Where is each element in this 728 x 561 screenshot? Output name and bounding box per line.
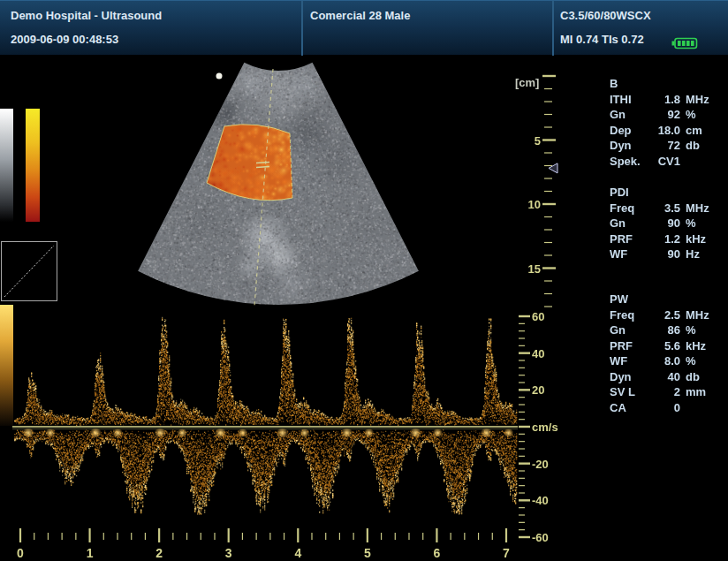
param-row: Gn90%: [610, 216, 724, 231]
probe-preset: C3.5/60/80WSCX: [560, 9, 651, 22]
param-unit: %: [680, 353, 724, 369]
param-row: WF90Hz: [610, 246, 724, 262]
param-row: Dep18.0cm: [610, 123, 724, 139]
param-row: PRF1.2kHz: [610, 231, 724, 247]
param-value: 2.5: [652, 307, 680, 323]
param-unit: db: [680, 369, 724, 385]
param-unit: mm: [680, 384, 724, 400]
param-row: ITHI1.8MHz: [610, 92, 724, 108]
mi-tis-values: MI 0.74 TIs 0.72: [560, 33, 644, 46]
header-bar: Demo Hospital - Ultrasound 2009-06-09 00…: [0, 0, 728, 55]
param-row: SV L2mm: [610, 384, 724, 400]
param-row: Freq3.5MHz: [610, 201, 724, 216]
param-label: Dep: [610, 123, 652, 139]
param-label: WF: [610, 353, 652, 369]
param-unit: [680, 400, 724, 416]
param-row: Freq2.5MHz: [610, 307, 724, 323]
param-value: 2: [652, 384, 680, 400]
param-value: 40: [652, 369, 680, 385]
param-row: Spek.CV1: [610, 154, 724, 170]
param-label: PRF: [610, 231, 652, 247]
param-value: 3.5: [652, 201, 680, 216]
param-label: Gn: [610, 107, 652, 123]
header-separator: [301, 1, 303, 56]
param-label: SV L: [610, 384, 652, 400]
panel-title: B: [610, 76, 724, 92]
param-value: 90: [652, 216, 680, 231]
param-row: Dyn40db: [610, 369, 724, 385]
param-label: PRF: [610, 338, 652, 354]
graymap-curve-box: [1, 241, 57, 301]
param-unit: [680, 154, 724, 170]
panel-pw: PWFreq2.5MHzGn86%PRF5.6kHzWF8.0%Dyn40dbS…: [610, 292, 724, 415]
ultrasound-screen: Demo Hospital - Ultrasound 2009-06-09 00…: [0, 0, 728, 561]
param-label: Gn: [610, 216, 652, 231]
param-label: Freq: [610, 201, 652, 216]
param-value: 92: [652, 107, 680, 123]
panel-b: BITHI1.8MHzGn92%Dep18.0cmDyn72dbSpek.CV1: [610, 76, 724, 169]
param-value: 86: [652, 322, 680, 338]
param-label: WF: [610, 246, 652, 262]
param-value: 1.2: [652, 231, 680, 247]
pdi-colormap-bar: [26, 109, 40, 222]
param-unit: %: [680, 216, 724, 231]
param-value: 0: [652, 400, 680, 416]
param-unit: db: [680, 138, 724, 154]
param-unit: MHz: [680, 307, 724, 323]
patient-info: Comercial 28 Male: [310, 9, 410, 22]
hospital-title: Demo Hospital - Ultrasound: [11, 9, 162, 22]
graymap-diagonal: [2, 242, 57, 300]
panel-title: PW: [610, 292, 724, 307]
param-label: Freq: [610, 307, 652, 323]
param-unit: %: [680, 322, 724, 338]
pw-colormap-bar: [0, 305, 13, 426]
param-label: Dyn: [610, 369, 652, 385]
param-value: 72: [652, 138, 680, 154]
param-label: Spek.: [610, 154, 652, 170]
param-row: PRF5.6kHz: [610, 338, 724, 354]
param-value: 8.0: [652, 353, 680, 369]
param-unit: %: [680, 107, 724, 123]
battery-icon: [671, 37, 698, 53]
param-row: Gn92%: [610, 107, 724, 123]
param-unit: MHz: [680, 201, 724, 216]
param-row: CA0: [610, 400, 724, 416]
param-value: 1.8: [652, 92, 680, 108]
param-label: Gn: [610, 322, 652, 338]
header-separator: [552, 1, 554, 56]
panel-title: PDI: [610, 185, 724, 201]
param-unit: kHz: [680, 231, 724, 247]
param-value: 5.6: [652, 338, 680, 354]
param-row: Dyn72db: [610, 138, 724, 154]
bmode-grayscale-bar: [0, 109, 13, 222]
param-value: 90: [652, 246, 680, 262]
param-unit: MHz: [680, 92, 724, 108]
param-value: 18.0: [652, 123, 680, 139]
param-label: Dyn: [610, 138, 652, 154]
param-row: WF8.0%: [610, 353, 724, 369]
param-unit: cm: [680, 123, 724, 139]
param-row: Gn86%: [610, 322, 724, 338]
panel-pdi: PDIFreq3.5MHzGn90%PRF1.2kHzWF90Hz: [610, 185, 724, 262]
datetime: 2009-06-09 00:48:53: [11, 33, 118, 46]
param-label: CA: [610, 400, 652, 416]
param-unit: kHz: [680, 338, 724, 354]
param-label: ITHI: [610, 92, 652, 108]
param-unit: Hz: [680, 246, 724, 262]
param-value: CV1: [652, 154, 680, 170]
